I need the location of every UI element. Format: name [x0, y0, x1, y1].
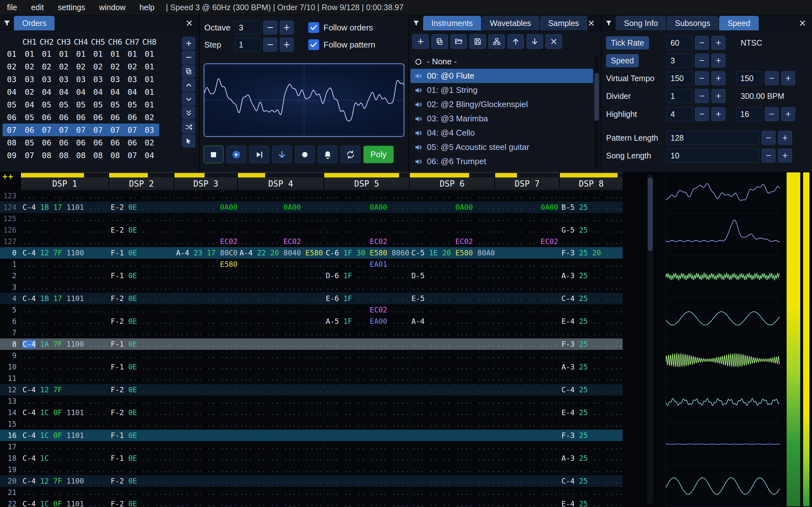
pattern-cell[interactable]: ... .. .. .... — [174, 441, 237, 452]
divider-decrease-button[interactable] — [695, 89, 709, 103]
pattern-cell[interactable]: F-2 0E .. .... — [108, 475, 174, 487]
pattern-cell[interactable]: E-6 1F .. .... .... — [323, 293, 409, 304]
pattern-cell[interactable]: ... .. .. .... .... — [323, 373, 409, 384]
instrument-item-none[interactable]: - None - — [410, 55, 593, 69]
pattern-cell[interactable]: ... .. .. .... — [495, 247, 559, 259]
pattern-cell[interactable]: ... .. .. .... — [559, 281, 623, 293]
pattern-cell[interactable]: ... .. .. .... .... — [323, 407, 409, 418]
speed-increase-button[interactable] — [711, 54, 725, 67]
pattern-cell[interactable]: ... .. .. .... .... — [323, 384, 409, 395]
pattern-cell[interactable]: ... .. .. .... .... — [323, 498, 409, 507]
pattern-cell[interactable]: ... .. .. .... — [174, 487, 237, 498]
pattern-cell[interactable]: ... .. .. .... — [108, 395, 174, 407]
pattern-cell[interactable]: ... .. .. .... — [174, 373, 237, 384]
pattern-cell[interactable]: ... .. .. .... .... — [323, 452, 409, 464]
virtual-tempo-increase-button-2[interactable] — [781, 71, 795, 85]
instrument-item-03[interactable]: 03: @3 Marimba — [410, 112, 593, 126]
menu-edit[interactable]: edit — [24, 3, 51, 12]
pattern-cell[interactable]: ... .. .. .... .... — [20, 236, 108, 247]
pattern-cell[interactable]: ... .. .. .... — [174, 395, 237, 407]
tick-rate-increase-button[interactable] — [711, 36, 725, 50]
instrument-list-scrollbar[interactable] — [595, 55, 599, 169]
order-cell[interactable]: 03 — [72, 75, 90, 84]
pattern-cell[interactable]: ... .. .. .... — [495, 350, 559, 361]
pattern-cell[interactable]: E-2 0E .. .... — [108, 224, 174, 236]
pattern-cell[interactable]: ... .. .. .... — [559, 190, 623, 202]
pattern-cell[interactable]: ... .. .. .... — [495, 213, 559, 224]
channel-header-dsp-7[interactable]: DSP 7 — [495, 172, 559, 190]
pattern-cell[interactable]: ... .. .. .... .... — [409, 487, 495, 498]
order-cell[interactable]: 05 — [72, 100, 90, 109]
order-cell[interactable]: 03 — [55, 75, 72, 84]
order-cell[interactable]: 01 — [90, 49, 107, 59]
pattern-cell[interactable]: ... .. .. .... .... — [409, 338, 495, 350]
step-one-row-button[interactable] — [272, 146, 292, 163]
order-cell[interactable]: 06 — [90, 113, 107, 122]
open-instrument-button[interactable] — [450, 34, 467, 49]
pattern-cell[interactable]: ... .. .. .... .... — [323, 327, 409, 338]
pattern-cell[interactable]: ... .. .. .... .... — [409, 464, 495, 475]
pattern-cell[interactable]: ... .. .. .... — [174, 498, 237, 507]
pattern-cell[interactable]: A-4 .. .. .... .... — [409, 316, 495, 327]
move-order-down-button[interactable] — [182, 93, 195, 106]
order-cell[interactable]: 07 — [124, 125, 141, 135]
pattern-cell[interactable]: ... .. .. .... .... — [237, 441, 323, 452]
remove-order-button[interactable] — [182, 51, 195, 64]
octave-decrease-button[interactable] — [263, 20, 277, 35]
pattern-cell[interactable]: ... .. .. .... .... — [237, 430, 323, 441]
pattern-cell[interactable]: ... .. .. .... — [174, 304, 237, 316]
order-cell[interactable]: 01 — [107, 49, 124, 59]
pattern-cell[interactable]: ... .. .. .... .... — [323, 475, 409, 487]
order-cell[interactable]: 01 — [141, 75, 158, 84]
pattern-cell[interactable]: ... .. .. .... — [174, 452, 237, 464]
pattern-cell[interactable]: E-5 .. .. .... .... — [409, 293, 495, 304]
order-cell[interactable]: 04 — [72, 88, 90, 97]
instruments-close-button[interactable] — [585, 15, 598, 31]
order-cell[interactable]: 06 — [55, 138, 72, 147]
order-cell[interactable]: 07 — [72, 125, 90, 135]
order-row-number[interactable]: 05 — [3, 100, 21, 109]
order-cell[interactable]: 01 — [21, 49, 38, 59]
pattern-cell[interactable]: ... .. .. .... .... — [237, 190, 323, 202]
tab-instruments[interactable]: Instruments — [423, 16, 481, 31]
pattern-cell[interactable]: ... .. .. .... — [108, 418, 174, 430]
pattern-cell[interactable]: F-2 0E .. .... — [108, 498, 174, 507]
pattern-cell[interactable]: ... .. .. .... — [108, 281, 174, 293]
pattern-cell[interactable]: ... .. .. .... — [174, 213, 237, 224]
pattern-cell[interactable]: ... .. .. .... .... — [409, 407, 495, 418]
pattern-cell[interactable]: ... .. .. .... — [108, 373, 174, 384]
pattern-cell[interactable]: ... .. .. .... — [495, 384, 559, 395]
tab-wavetables[interactable]: Wavetables — [482, 16, 540, 31]
order-cell[interactable]: 02 — [141, 138, 158, 147]
scrollbar-thumb[interactable] — [595, 73, 599, 121]
order-cell[interactable]: 06 — [90, 138, 107, 147]
pattern-cell[interactable]: ... .. .. .... — [495, 464, 559, 475]
tick-rate-input[interactable]: 60 — [666, 36, 693, 50]
pattern-cell[interactable]: ... .. .. .... .... — [323, 350, 409, 361]
order-cell[interactable]: 05 — [21, 113, 38, 122]
pattern-cell[interactable]: ... .. .. .... .... — [409, 384, 495, 395]
order-row-number[interactable]: 06 — [3, 113, 21, 122]
pattern-cell[interactable]: C-4 25 .. .... — [559, 293, 623, 304]
order-cell[interactable]: 01 — [124, 49, 141, 59]
pattern-cell[interactable]: F-1 0E .. .... — [108, 247, 174, 259]
song-length-increase-button[interactable] — [778, 149, 792, 163]
pattern-cell[interactable]: ... .. .. .... .... — [237, 224, 323, 236]
pattern-cell[interactable]: ... .. .. .... .... — [323, 418, 409, 430]
instrument-item-06[interactable]: 06: @6 Trumpet — [410, 154, 593, 169]
pattern-cell[interactable]: ... .. .. .... .... — [409, 430, 495, 441]
pattern-cell[interactable]: ... .. .. .... — [559, 395, 623, 407]
pattern-cell[interactable]: ... .. .. .... .... — [409, 373, 495, 384]
pattern-cell[interactable]: ... .. .. .... — [174, 418, 237, 430]
pattern-cell[interactable]: ... .. .. .... .... — [409, 361, 495, 373]
song-close-button[interactable] — [796, 15, 809, 31]
pattern-cell[interactable]: ... .. .. .... .... — [237, 213, 323, 224]
pattern-cell[interactable]: ... .. .. .... — [108, 304, 174, 316]
pattern-cell[interactable]: C-4 1C .. .... .... — [20, 452, 108, 464]
tab-speed[interactable]: Speed — [719, 16, 758, 31]
order-cell[interactable]: 06 — [107, 138, 124, 147]
duplicate-order-button[interactable] — [182, 65, 195, 78]
pattern-cell[interactable]: ... .. .. .... — [108, 350, 174, 361]
pattern-cell[interactable]: ... .. .. .... .... — [237, 361, 323, 373]
pattern-cell[interactable]: ... .. .. .... — [174, 407, 237, 418]
